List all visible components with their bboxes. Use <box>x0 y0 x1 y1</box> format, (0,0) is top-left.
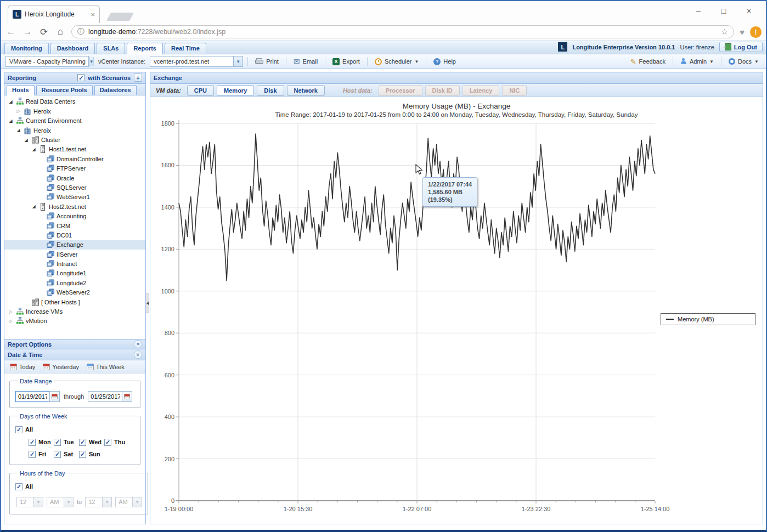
nav-tab-dashboard[interactable]: Dashboard <box>50 43 95 54</box>
tree-item-longitude1[interactable]: Longitude1 <box>4 269 145 278</box>
tree-item-webserver1[interactable]: WebServer1 <box>4 193 145 202</box>
profile-alert-icon[interactable]: ! <box>750 26 762 38</box>
admin-button[interactable]: Admin ▼ <box>678 57 717 66</box>
tree-item-cluster[interactable]: ◢Cluster <box>4 135 145 144</box>
tree-item-increase-vms[interactable]: ▷Increase VMs <box>4 307 145 316</box>
day-checkbox-tue[interactable]: ✓Tue <box>54 439 79 446</box>
date-time-header[interactable]: Date & Time » <box>4 349 145 360</box>
tree-item-ftpserver[interactable]: FTPServer <box>4 164 145 173</box>
from-ampm-select[interactable]: AM▼ <box>47 497 74 507</box>
day-checkbox-wed[interactable]: ✓Wed <box>79 439 104 446</box>
tree-item-sqlserver[interactable]: SQLServer <box>4 183 145 192</box>
sidebar-tab-hosts[interactable]: Hosts <box>7 85 35 95</box>
nav-tab-monitoring[interactable]: Monitoring <box>4 43 49 54</box>
vm-tab-cpu[interactable]: CPU <box>187 85 214 96</box>
date-to-field[interactable] <box>88 391 132 402</box>
tree-item-other-hosts[interactable]: [ Other Hosts ] <box>4 297 145 307</box>
vm-tab-network[interactable]: Network <box>287 85 325 96</box>
day-checkbox-fri[interactable]: ✓Fri <box>29 451 54 458</box>
report-options-header[interactable]: Report Options » <box>4 339 145 350</box>
bookmark-star-icon[interactable]: ☆ <box>721 27 728 37</box>
tree-item-exchange[interactable]: Exchange <box>4 240 145 250</box>
tree-item-oracle[interactable]: Oracle <box>4 173 145 183</box>
collapse-arrow-icon[interactable]: ▷ <box>15 109 21 114</box>
date-to-input[interactable] <box>88 391 122 402</box>
new-tab-button[interactable] <box>106 13 134 21</box>
vm-tab-memory[interactable]: Memory <box>217 85 254 96</box>
today-button[interactable]: Today <box>8 363 37 371</box>
this-week-button[interactable]: This Week <box>84 363 127 371</box>
calendar-picker-icon[interactable] <box>49 391 60 402</box>
from-hour-select[interactable]: 12▼ <box>16 497 43 507</box>
tree-item-host2-test-net[interactable]: ◢Host2.test.net <box>4 202 145 211</box>
yesterday-button[interactable]: Yesterday <box>41 363 81 371</box>
to-ampm-select[interactable]: AM▼ <box>115 497 142 507</box>
forward-icon[interactable]: → <box>22 26 33 37</box>
vcenter-instance-select[interactable]: vcenter-prod.test.net ▼ <box>150 56 243 67</box>
close-icon[interactable]: × <box>736 4 762 18</box>
sidebar-tab-resource-pools[interactable]: Resource Pools <box>36 85 93 95</box>
days-all-checkbox[interactable]: ✓All <box>15 426 33 433</box>
add-scenario-button[interactable]: + <box>134 73 142 82</box>
browser-tab[interactable]: L Heroix Longitude × <box>8 5 100 23</box>
expand-arrow-icon[interactable]: ◢ <box>15 128 21 133</box>
tree-item-longitude2[interactable]: Longitude2 <box>4 278 145 287</box>
print-button[interactable]: Print <box>252 57 281 66</box>
date-from-input[interactable] <box>15 391 49 402</box>
nav-tab-slas[interactable]: SLAs <box>97 43 125 54</box>
day-checkbox-mon[interactable]: ✓Mon <box>29 439 54 446</box>
url-field[interactable]: ⓘ longitude-demo:7228/webui/web2.0/index… <box>71 25 734 38</box>
expand-arrow-icon[interactable]: ◢ <box>31 204 37 209</box>
minimize-icon[interactable]: – <box>686 4 711 18</box>
expand-arrow-icon[interactable]: ◢ <box>23 138 29 143</box>
calendar-picker-icon[interactable] <box>122 391 132 402</box>
collapse-arrow-icon[interactable]: ▷ <box>8 309 14 314</box>
date-from-field[interactable] <box>15 391 60 402</box>
expand-arrow-icon[interactable]: ◢ <box>8 118 14 123</box>
refresh-icon[interactable]: ⟳ <box>38 26 49 38</box>
help-button[interactable]: ?Help <box>431 57 459 66</box>
expand-arrow-icon[interactable]: ◢ <box>8 99 14 104</box>
maximize-icon[interactable]: □ <box>711 4 736 18</box>
collapse-down-icon[interactable]: » <box>134 350 142 359</box>
tree-item-webserver2[interactable]: WebServer2 <box>4 288 145 297</box>
tab-close-icon[interactable]: × <box>91 10 95 19</box>
logout-button[interactable]: Log Out <box>719 42 763 52</box>
with-scenarios-checkbox[interactable]: ✓ <box>77 74 84 81</box>
to-hour-select[interactable]: 12▼ <box>85 497 112 507</box>
day-checkbox-sat[interactable]: ✓Sat <box>54 451 79 458</box>
feedback-button[interactable]: ✎Feedback <box>628 56 668 67</box>
export-button[interactable]: XExport <box>330 57 363 66</box>
page-info-icon[interactable]: ⓘ <box>77 27 84 37</box>
back-icon[interactable]: ← <box>5 26 16 37</box>
day-checkbox-sun[interactable]: ✓Sun <box>79 451 104 458</box>
tree-item-crm[interactable]: CRM <box>4 221 145 230</box>
tree-item-accounting[interactable]: Accounting <box>4 211 145 220</box>
tree-item-dc01[interactable]: DC01 <box>4 230 145 240</box>
report-type-select[interactable]: VMware - Capacity Planning ▼ <box>5 56 89 67</box>
expand-arrow-icon[interactable]: ◢ <box>31 147 37 152</box>
docs-button[interactable]: Docs ▼ <box>726 57 762 66</box>
tree-item-heroix[interactable]: ▷Heroix <box>4 106 145 116</box>
collapse-sidebar-handle[interactable] <box>146 293 149 313</box>
tree-item-current-environment[interactable]: ◢Current Environment <box>4 116 145 126</box>
tree-item-intranet[interactable]: Intranet <box>4 259 145 268</box>
hours-all-checkbox[interactable]: ✓All <box>15 483 33 490</box>
collapse-arrow-icon[interactable]: ▷ <box>8 319 14 324</box>
tree-item-real-data-centers[interactable]: ◢Real Data Centers <box>4 97 145 106</box>
vm-tab-disk[interactable]: Disk <box>257 85 284 96</box>
sidebar-tab-datastores[interactable]: Datastores <box>94 85 137 95</box>
nav-tab-real-time[interactable]: Real Time <box>165 43 206 54</box>
nav-tab-reports[interactable]: Reports <box>127 43 163 54</box>
day-checkbox-thu[interactable]: ✓Thu <box>104 439 129 446</box>
extension-icon[interactable]: ♥ <box>740 27 745 37</box>
panel-splitter[interactable] <box>146 72 150 524</box>
tree-item-domaincontroller[interactable]: DomainController <box>4 154 145 163</box>
memory-usage-chart[interactable] <box>150 97 764 527</box>
collapse-up-icon[interactable]: » <box>134 340 142 348</box>
email-button[interactable]: ✉Email <box>291 56 320 67</box>
scheduler-button[interactable]: Scheduler ▼ <box>372 57 421 66</box>
tree-item-host1-test-net[interactable]: ◢Host1.test.net <box>4 145 145 154</box>
home-icon[interactable]: ⌂ <box>55 26 66 37</box>
tree-item-vmotion[interactable]: ▷vMotion <box>4 316 145 326</box>
